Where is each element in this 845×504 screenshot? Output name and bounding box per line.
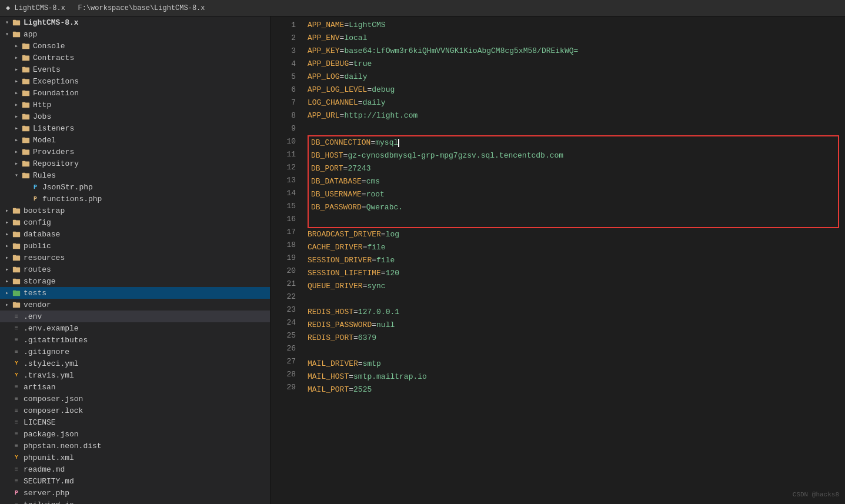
sidebar-item-phpstan[interactable]: ≡ phpstan.neon.dist (0, 440, 270, 452)
sidebar-root[interactable]: LightCMS-8.x (0, 16, 270, 28)
label-storage: storage (24, 277, 56, 286)
sidebar-item-phpunit[interactable]: Y phpunit.xml (0, 452, 270, 463)
file-icon-phpunit: Y (12, 453, 21, 462)
main-layout: LightCMS-8.x app Console Contracts Event (0, 16, 845, 504)
sidebar-item-providers[interactable]: Providers (0, 146, 270, 158)
code-line-1: APP_NAME=LightCMS (308, 19, 845, 32)
key-29: MAIL_PORT (308, 385, 349, 394)
key-1: APP_NAME (308, 21, 344, 29)
key-25: REDIS_PORT (308, 333, 353, 342)
sidebar-item-contracts[interactable]: Contracts (0, 52, 270, 64)
folder-icon-bootstrap (12, 206, 21, 215)
sidebar-item-license[interactable]: ≡ LICENSE (0, 416, 270, 428)
sidebar-item-travis[interactable]: Y .travis.yml (0, 369, 270, 381)
key-24: REDIS_PASSWORD (308, 321, 372, 329)
sidebar-item-tests[interactable]: tests (0, 287, 270, 299)
sidebar-item-server-php[interactable]: P server.php (0, 487, 270, 499)
file-icon-composer-lock: ≡ (12, 406, 21, 415)
label-jsonstr: JsonStr.php (42, 183, 93, 192)
sidebar-item-env-example[interactable]: ≡ .env.example (0, 322, 270, 334)
arrow-vendor (2, 300, 12, 309)
sidebar[interactable]: LightCMS-8.x app Console Contracts Event (0, 16, 270, 504)
code-line-24: REDIS_PASSWORD=null (308, 319, 845, 332)
code-area: 1234567891011121314151617181920212223242… (270, 16, 845, 504)
code-line-2: APP_ENV=local (308, 32, 845, 45)
sidebar-item-tailwind[interactable]: ≡ tailwind.js (0, 499, 270, 504)
key-11: DB_HOST (311, 151, 343, 160)
sidebar-item-storage[interactable]: storage (0, 275, 270, 287)
sidebar-item-gitignore[interactable]: ≡ .gitignore (0, 346, 270, 358)
folder-icon-events (21, 65, 31, 74)
sidebar-item-vendor[interactable]: vendor (0, 299, 270, 311)
sidebar-item-foundation[interactable]: Foundation (0, 87, 270, 99)
code-line-28: MAIL_HOST=smtp.mailtrap.io (308, 371, 845, 383)
line-num-27: 27 (270, 355, 296, 368)
sidebar-item-exceptions[interactable]: Exceptions (0, 75, 270, 87)
key-4: APP_DEBUG (308, 59, 349, 68)
sidebar-item-bootstrap[interactable]: bootstrap (0, 205, 270, 216)
sidebar-item-database[interactable]: database (0, 228, 270, 240)
file-icon-composer-json: ≡ (12, 394, 21, 403)
sidebar-item-gitattributes[interactable]: ≡ .gitattributes (0, 334, 270, 346)
code-content[interactable]: APP_NAME=LightCMSAPP_ENV=localAPP_KEY=ba… (303, 16, 845, 504)
code-line-3: APP_KEY=base64:LfOwm3r6kiQHmVVNGK1KioAbg… (308, 45, 845, 58)
sidebar-item-config[interactable]: config (0, 216, 270, 228)
sidebar-item-console[interactable]: Console (0, 40, 270, 52)
line-num-20: 20 (270, 265, 296, 278)
sidebar-item-styleci[interactable]: Y .styleci.yml (0, 358, 270, 369)
sidebar-item-app[interactable]: app (0, 28, 270, 40)
label-model: Model (33, 136, 56, 145)
sidebar-item-package-json[interactable]: ≡ package.json (0, 428, 270, 440)
val-3: base64:LfOwm3r6kiQHmVVNGK1KioAbgCM8cg5xM… (344, 46, 578, 55)
sidebar-item-jobs[interactable]: Jobs (0, 111, 270, 122)
sidebar-item-security[interactable]: ≡ SECURITY.md (0, 475, 270, 487)
key-5: APP_LOG (308, 72, 340, 81)
line-num-21: 21 (270, 278, 296, 291)
file-icon-phpstan: ≡ (12, 441, 21, 450)
label-gitignore: .gitignore (24, 348, 69, 356)
sidebar-item-events[interactable]: Events (0, 64, 270, 75)
editor[interactable]: 1234567891011121314151617181920212223242… (270, 16, 845, 504)
sidebar-item-functions[interactable]: P functions.php (0, 193, 270, 205)
key-15: DB_PASSWORD (311, 203, 362, 212)
sidebar-item-routes[interactable]: routes (0, 263, 270, 275)
sidebar-item-resources[interactable]: resources (0, 252, 270, 263)
line-num-7: 7 (270, 96, 296, 109)
svg-rect-41 (13, 279, 16, 281)
sidebar-item-composer-lock[interactable]: ≡ composer.lock (0, 405, 270, 416)
sidebar-item-readme[interactable]: ≡ readme.md (0, 463, 270, 475)
key-12: DB_PORT (311, 164, 343, 173)
code-line-18: CACHE_DRIVER=file (308, 241, 845, 254)
folder-icon-public (12, 241, 21, 251)
line-num-11: 11 (270, 148, 296, 161)
line-num-24: 24 (270, 316, 296, 329)
key-27: MAIL_DRIVER (308, 359, 358, 368)
sidebar-item-jsonstr[interactable]: P JsonStr.php (0, 181, 270, 193)
sidebar-item-repository[interactable]: Repository (0, 158, 270, 169)
key-7: LOG_CHANNEL (308, 98, 358, 107)
arrow-http (12, 100, 21, 109)
sidebar-item-listeners[interactable]: Listeners (0, 122, 270, 134)
code-line-7: LOG_CHANNEL=daily (308, 96, 845, 109)
sidebar-item-env[interactable]: ≡ .env (0, 311, 270, 322)
key-20: SESSION_LIFETIME (308, 269, 381, 278)
svg-rect-19 (22, 126, 25, 128)
code-line-19: SESSION_DRIVER=file (308, 254, 845, 267)
sidebar-item-http[interactable]: Http (0, 99, 270, 111)
sidebar-item-public[interactable]: public (0, 240, 270, 252)
arrow-routes (2, 265, 12, 274)
svg-rect-25 (22, 161, 25, 163)
sidebar-item-composer-json[interactable]: ≡ composer.json (0, 393, 270, 405)
arrow-tests (2, 288, 12, 298)
val-27: smtp (363, 359, 381, 368)
title-path: F:\workspace\base\LightCMS-8.x (78, 4, 205, 12)
sidebar-item-rules[interactable]: Rules (0, 169, 270, 181)
arrow-jobs (12, 112, 21, 121)
sidebar-item-artisan[interactable]: ≡ artisan (0, 381, 270, 393)
title-text: ◆ LightCMS-8.x F:\workspace\base\LightCM… (6, 4, 205, 12)
folder-icon-app (12, 29, 21, 39)
sidebar-item-model[interactable]: Model (0, 134, 270, 146)
key-17: BROADCAST_DRIVER (308, 230, 381, 239)
svg-rect-33 (13, 232, 16, 233)
key-19: SESSION_DRIVER (308, 256, 372, 265)
